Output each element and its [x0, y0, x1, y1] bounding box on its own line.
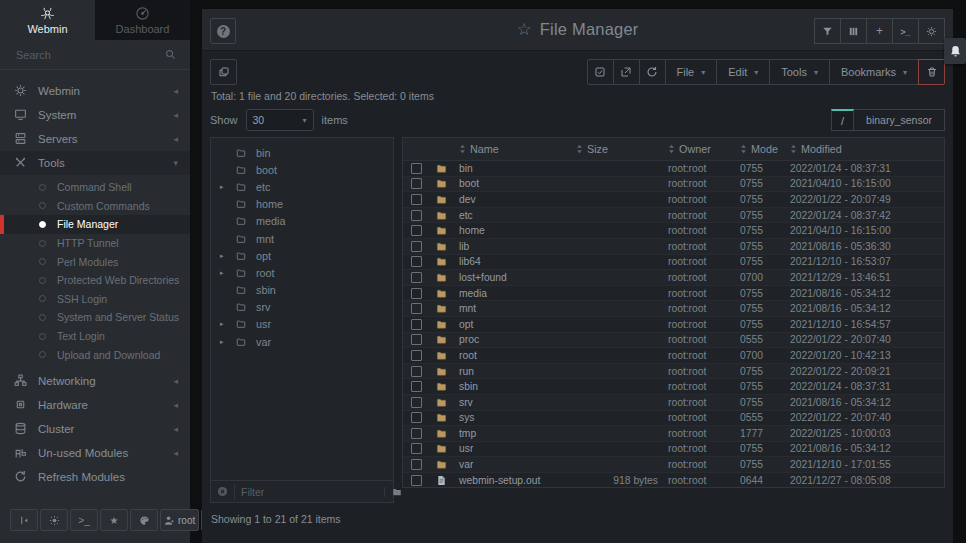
sidebar-item-system-and-server-status[interactable]: System and Server Status [0, 308, 190, 327]
table-row[interactable]: binroot:root07552022/01/24 - 08:37:31 [403, 161, 944, 177]
table-row[interactable]: mediaroot:root07552021/08/16 - 05:34:12 [403, 286, 944, 302]
sidebar-item-un-used-modules[interactable]: Un-used Modules◂ [0, 441, 190, 465]
sidebar-item-upload-and-download[interactable]: Upload and Download [0, 345, 190, 364]
tree-item-sbin[interactable]: sbin [211, 282, 393, 299]
terminal-button[interactable]: >_ [70, 509, 98, 531]
favorites-star-button[interactable]: ★ [100, 509, 128, 531]
row-checkbox[interactable] [411, 163, 422, 174]
tree-item-media[interactable]: media [211, 213, 393, 230]
column-name[interactable]: Name [459, 143, 576, 155]
expand-arrow-icon[interactable]: ▸ [220, 320, 235, 328]
star-icon[interactable]: ☆ [517, 19, 532, 40]
row-checkbox[interactable] [411, 210, 422, 221]
delete-button[interactable] [918, 59, 945, 85]
sidebar-item-perl-modules[interactable]: Perl Modules [0, 252, 190, 271]
row-checkbox[interactable] [411, 459, 422, 470]
row-checkbox[interactable] [411, 397, 422, 408]
row-checkbox[interactable] [411, 241, 422, 252]
breadcrumb-root-button[interactable]: / [831, 109, 854, 131]
sidebar-item-webmin[interactable]: Webmin◂ [0, 79, 190, 103]
row-checkbox[interactable] [411, 288, 422, 299]
table-row[interactable]: libroot:root07552021/08/16 - 05:36:30 [403, 239, 944, 255]
expand-arrow-icon[interactable]: ▸ [220, 183, 235, 191]
search-input[interactable] [14, 48, 165, 62]
row-checkbox[interactable] [411, 194, 422, 205]
table-row[interactable]: mntroot:root07552021/08/16 - 05:34:12 [403, 301, 944, 317]
sidebar-item-tools[interactable]: Tools▾ [0, 151, 190, 175]
table-row[interactable]: usrroot:root07552021/08/16 - 05:34:12 [403, 442, 944, 458]
clear-filter-icon[interactable] [217, 486, 228, 497]
tree-item-mnt[interactable]: mnt [211, 230, 393, 247]
tab-dashboard[interactable]: Dashboard [95, 0, 190, 40]
table-row[interactable]: webmin-setup.out918 bytesroot:root064420… [403, 473, 944, 488]
path-input[interactable]: binary_sensor [854, 109, 945, 131]
refresh-button[interactable] [639, 59, 666, 85]
tree-item-boot[interactable]: boot [211, 161, 393, 178]
table-row[interactable]: etcroot:root07552022/01/24 - 08:37:42 [403, 208, 944, 224]
sidebar-item-servers[interactable]: Servers◂ [0, 127, 190, 151]
gear-button[interactable] [918, 18, 945, 44]
theme-sun-button[interactable] [40, 509, 68, 531]
items-per-page-select[interactable]: 30 ▾ [246, 109, 314, 131]
plus-button[interactable]: + [866, 18, 893, 44]
collapse-sidebar-button[interactable] [10, 509, 38, 531]
row-checkbox[interactable] [411, 225, 422, 236]
sidebar-item-cluster[interactable]: Cluster◂ [0, 417, 190, 441]
sidebar-item-file-manager[interactable]: File Manager [0, 215, 190, 234]
sidebar-item-refresh-modules[interactable]: Refresh Modules [0, 465, 190, 489]
table-row[interactable]: lost+foundroot:root07002021/12/29 - 13:4… [403, 270, 944, 286]
copy-window-icon[interactable] [210, 59, 237, 85]
menu-edit[interactable]: Edit▾ [716, 59, 770, 85]
help-button[interactable]: ? [210, 18, 236, 44]
sidebar-item-networking[interactable]: Networking◂ [0, 369, 190, 393]
row-checkbox[interactable] [411, 303, 422, 314]
row-checkbox[interactable] [411, 428, 422, 439]
row-checkbox[interactable] [411, 178, 422, 189]
tree-item-srv[interactable]: srv [211, 299, 393, 316]
export-button[interactable] [613, 59, 640, 85]
notifications-button[interactable] [944, 38, 966, 64]
sidebar-item-command-shell[interactable]: Command Shell [0, 178, 190, 197]
table-row[interactable]: rootroot:root07002022/01/20 - 10:42:13 [403, 348, 944, 364]
sidebar-item-hardware[interactable]: Hardware◂ [0, 393, 190, 417]
table-row[interactable]: lib64root:root07552021/12/10 - 16:53:07 [403, 255, 944, 271]
tree-item-home[interactable]: home [211, 196, 393, 213]
table-row[interactable]: homeroot:root07552021/04/10 - 16:15:00 [403, 223, 944, 239]
table-row[interactable]: srvroot:root07552021/08/16 - 05:34:12 [403, 395, 944, 411]
row-checkbox[interactable] [411, 412, 422, 423]
column-mode[interactable]: Mode [740, 143, 790, 155]
menu-tools[interactable]: Tools▾ [769, 59, 830, 85]
table-row[interactable]: optroot:root07552021/12/10 - 16:54:57 [403, 317, 944, 333]
tree-item-usr[interactable]: ▸usr [211, 316, 393, 333]
table-row[interactable]: runroot:root07552022/01/22 - 20:09:21 [403, 364, 944, 380]
row-checkbox[interactable] [411, 475, 422, 486]
sidebar-item-custom-commands[interactable]: Custom Commands [0, 197, 190, 216]
terminal-button[interactable]: >_ [892, 18, 919, 44]
row-checkbox[interactable] [411, 350, 422, 361]
sidebar-item-protected-web-directories[interactable]: Protected Web Directories [0, 271, 190, 290]
expand-arrow-icon[interactable]: ▸ [220, 252, 235, 260]
row-checkbox[interactable] [411, 272, 422, 283]
row-checkbox[interactable] [411, 334, 422, 345]
table-row[interactable]: procroot:root05552022/01/22 - 20:07:40 [403, 333, 944, 349]
user-button[interactable]: root [160, 509, 199, 531]
menu-bookmarks[interactable]: Bookmarks▾ [829, 59, 919, 85]
tree-filter-input[interactable] [234, 484, 378, 500]
table-row[interactable]: varroot:root07552021/12/10 - 17:01:55 [403, 457, 944, 473]
sidebar-item-http-tunnel[interactable]: HTTP Tunnel [0, 234, 190, 253]
row-checkbox[interactable] [411, 256, 422, 267]
expand-arrow-icon[interactable]: ▸ [220, 269, 235, 277]
palette-button[interactable] [130, 509, 158, 531]
table-row[interactable]: tmproot:root17772022/01/25 - 10:00:03 [403, 426, 944, 442]
column-size[interactable]: Size [576, 143, 668, 155]
table-row[interactable]: devroot:root07552022/01/22 - 20:07:49 [403, 192, 944, 208]
tab-webmin[interactable]: Webmin [0, 0, 95, 40]
column-owner[interactable]: Owner [668, 143, 740, 155]
tree-item-bin[interactable]: bin [211, 144, 393, 161]
table-row[interactable]: bootroot:root07552021/04/10 - 16:15:00 [403, 177, 944, 193]
column-modified[interactable]: Modified [790, 143, 940, 155]
row-checkbox[interactable] [411, 319, 422, 330]
expand-arrow-icon[interactable]: ▸ [220, 338, 235, 346]
sidebar-item-ssh-login[interactable]: SSH Login [0, 290, 190, 309]
menu-file[interactable]: File▾ [665, 59, 718, 85]
